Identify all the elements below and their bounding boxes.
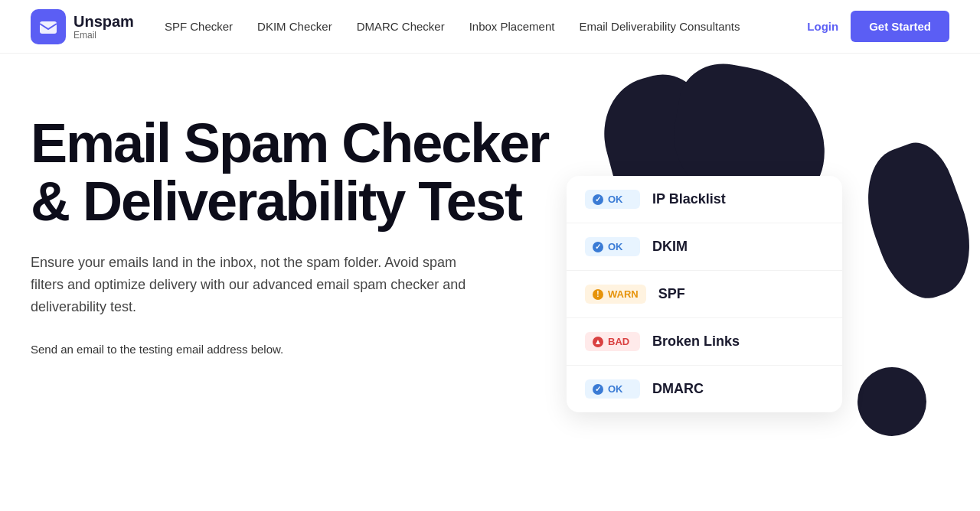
badge-ok-dkim: ✓ OK <box>585 237 640 256</box>
svg-rect-0 <box>40 21 57 34</box>
logo-sub: Email <box>74 30 134 41</box>
dot-ok-ip-blacklist: ✓ <box>593 194 603 205</box>
badge-label-spf: WARN <box>608 288 639 300</box>
dot-ok-dmarc: ✓ <box>593 384 603 395</box>
check-row-spf: ! WARN SPF <box>567 271 842 318</box>
check-row-dkim: ✓ OK DKIM <box>567 223 842 271</box>
badge-label-broken-links: BAD <box>608 336 629 347</box>
nav-links: SPF Checker DKIM Checker DMARC Checker I… <box>165 20 807 33</box>
hero-description: Ensure your emails land in the inbox, no… <box>31 252 475 317</box>
logo[interactable]: Unspam Email <box>31 9 134 44</box>
dot-bad-broken-links: ▲ <box>593 337 603 347</box>
check-label-ip-blacklist: IP Blacklist <box>652 191 726 207</box>
nav-dmarc-checker[interactable]: DMARC Checker <box>357 20 445 33</box>
login-button[interactable]: Login <box>807 20 838 33</box>
check-label-spf: SPF <box>658 286 685 302</box>
nav-email-consultants[interactable]: Email Deliverability Consultants <box>579 20 740 33</box>
check-row-dmarc: ✓ OK DMARC <box>567 366 842 412</box>
decoration-blob-3 <box>849 135 980 310</box>
check-row-ip-blacklist: ✓ OK IP Blacklist <box>567 176 842 223</box>
nav-right: Login Get Started <box>807 11 949 42</box>
check-label-dmarc: DMARC <box>652 381 704 397</box>
nav-inbox-placement[interactable]: Inbox Placement <box>469 20 555 33</box>
decoration-blob-4 <box>858 367 926 436</box>
hero-section: Email Spam Checker & Deliverability Test… <box>0 54 980 511</box>
dot-ok-dkim: ✓ <box>593 242 603 252</box>
badge-label-dmarc: OK <box>608 383 623 395</box>
hero-left: Email Spam Checker & Deliverability Test… <box>31 99 567 356</box>
navbar: Unspam Email SPF Checker DKIM Checker DM… <box>0 0 980 54</box>
hero-title: Email Spam Checker & Deliverability Test <box>31 115 567 230</box>
results-card: ✓ OK IP Blacklist ✓ OK DKIM ! WARN SP <box>567 176 842 412</box>
badge-bad-broken-links: ▲ BAD <box>585 332 640 351</box>
get-started-button[interactable]: Get Started <box>851 11 949 42</box>
badge-ok-ip-blacklist: ✓ OK <box>585 190 640 209</box>
badge-label-dkim: OK <box>608 241 623 252</box>
hero-right: ✓ OK IP Blacklist ✓ OK DKIM ! WARN SP <box>567 99 949 511</box>
badge-warn-spf: ! WARN <box>585 285 646 304</box>
badge-label-ip-blacklist: OK <box>608 194 623 205</box>
logo-icon <box>31 9 66 44</box>
logo-name: Unspam <box>74 13 134 30</box>
logo-text: Unspam Email <box>74 13 134 41</box>
badge-ok-dmarc: ✓ OK <box>585 379 640 399</box>
check-label-broken-links: Broken Links <box>652 334 740 350</box>
dot-warn-spf: ! <box>593 289 603 300</box>
nav-dkim-checker[interactable]: DKIM Checker <box>257 20 332 33</box>
nav-spf-checker[interactable]: SPF Checker <box>165 20 233 33</box>
check-row-broken-links: ▲ BAD Broken Links <box>567 318 842 366</box>
check-label-dkim: DKIM <box>652 239 688 255</box>
hero-cta-text: Send an email to the testing email addre… <box>31 343 567 356</box>
